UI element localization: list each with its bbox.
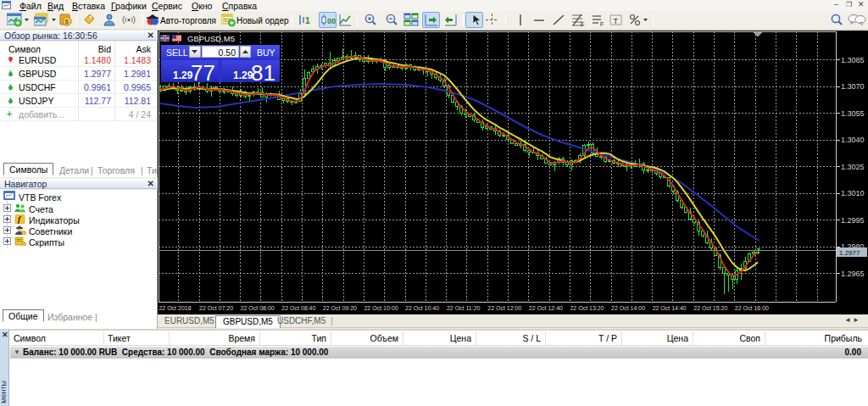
svg-text:00: 00	[327, 17, 336, 25]
svg-text:22 Oct 09:20: 22 Oct 09:20	[323, 305, 357, 311]
svg-text:22 Oct 11:20: 22 Oct 11:20	[447, 305, 481, 311]
svg-text:22 Oct 12:40: 22 Oct 12:40	[529, 305, 563, 311]
svg-text:1.2977: 1.2977	[839, 249, 860, 257]
svg-text:22 Oct 10:00: 22 Oct 10:00	[364, 305, 398, 311]
svg-text:22 Oct 2018: 22 Oct 2018	[159, 305, 191, 311]
svg-text:22 Oct 12:00: 22 Oct 12:00	[487, 305, 521, 311]
svg-text:22 Oct 10:40: 22 Oct 10:40	[405, 305, 439, 311]
svg-text:1.3010: 1.3010	[841, 189, 865, 197]
svg-text:1: 1	[305, 16, 310, 25]
svg-text:22 Oct 08:40: 22 Oct 08:40	[281, 305, 315, 311]
svg-text:1.3040: 1.3040	[841, 136, 865, 144]
svg-text:22 Oct 15:20: 22 Oct 15:20	[693, 305, 727, 311]
svg-text:1.3085: 1.3085	[841, 56, 865, 64]
svg-text:22 Oct 14:40: 22 Oct 14:40	[653, 305, 687, 311]
svg-text:1.2995: 1.2995	[841, 216, 865, 225]
svg-text:F: F	[600, 21, 604, 27]
svg-text:E: E	[581, 21, 585, 27]
svg-text:22 Oct 16:00: 22 Oct 16:00	[735, 305, 769, 311]
svg-text:1.2965: 1.2965	[841, 270, 865, 278]
svg-text:1.3025: 1.3025	[841, 163, 865, 171]
svg-text:22 Oct 08:00: 22 Oct 08:00	[241, 305, 275, 311]
svg-text:1.3055: 1.3055	[841, 109, 865, 118]
svg-text:1.3070: 1.3070	[841, 82, 865, 91]
svg-text:T: T	[614, 17, 619, 25]
svg-text:22 Oct 13:20: 22 Oct 13:20	[570, 305, 604, 311]
svg-text:22 Oct 14:00: 22 Oct 14:00	[611, 305, 645, 311]
svg-text:$: $	[65, 18, 70, 25]
svg-text:22 Oct 07:20: 22 Oct 07:20	[199, 305, 233, 311]
